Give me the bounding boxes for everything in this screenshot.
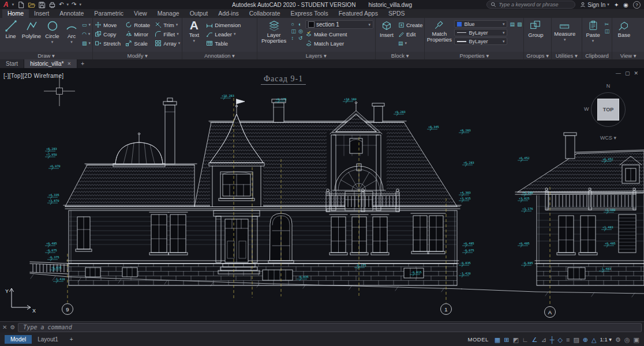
autocad-logo[interactable]: A: [3, 1, 9, 9]
trim-tool[interactable]: Trim▾: [155, 21, 180, 29]
lineweight-icon[interactable]: ≡: [566, 336, 570, 344]
layer-isolate-icon[interactable]: ◎: [298, 28, 303, 34]
viewcube-top-face[interactable]: TOP: [597, 99, 619, 121]
elevation-mark[interactable]: +8.345: [427, 125, 439, 131]
doc-restore-icon[interactable]: ▢: [625, 70, 630, 76]
add-layout-button[interactable]: +: [64, 335, 79, 344]
app-store-icon[interactable]: ✦: [614, 2, 619, 8]
make-current-tool[interactable]: Make Current: [305, 30, 373, 38]
copy-clip-icon[interactable]: ◫: [605, 28, 610, 34]
properties-list-icon[interactable]: ▤: [510, 21, 515, 27]
match-layer-tool[interactable]: Match Layer: [305, 39, 373, 47]
match-properties-button[interactable]: Match Properties: [426, 19, 452, 52]
tab-view[interactable]: View: [129, 9, 152, 18]
cut-icon[interactable]: ✂: [605, 21, 610, 27]
elevation-mark[interactable]: +0.485: [518, 242, 530, 247]
facade-drawing[interactable]: +8.283+7.950+6.970+4.335+3.870+0.485-0.0…: [0, 68, 644, 321]
layer-on-icon[interactable]: ○: [291, 21, 297, 27]
grid-bubble[interactable]: 1: [441, 304, 452, 315]
ortho-mode-icon[interactable]: ∟: [522, 336, 529, 344]
rectangle-tool[interactable]: ▭▾: [82, 21, 91, 29]
command-input[interactable]: Type a command: [18, 323, 642, 332]
elevation-mark[interactable]: -0.075: [45, 249, 57, 254]
mirror-tool[interactable]: Mirror: [125, 30, 150, 38]
elevation-mark[interactable]: -0.075: [462, 249, 474, 254]
transparency-icon[interactable]: ▨: [573, 336, 579, 344]
panel-block-footer[interactable]: Block ▾: [376, 52, 425, 59]
new-file-icon[interactable]: [17, 1, 25, 9]
elevation-mark[interactable]: +3.870: [47, 199, 59, 205]
elevation-mark[interactable]: +2.980: [604, 208, 616, 214]
line-tool[interactable]: Line: [2, 19, 20, 52]
circle-tool[interactable]: Circle ▾: [43, 19, 61, 52]
clean-screen-icon[interactable]: ▣: [634, 336, 639, 344]
panel-groups-footer[interactable]: Groups ▾: [524, 52, 551, 59]
grid-display-icon[interactable]: ▦: [495, 336, 500, 344]
elevation-mark[interactable]: +0.485: [604, 242, 616, 247]
isometric-drafting-icon[interactable]: ⊿: [541, 336, 546, 344]
model-space-toggle[interactable]: MODEL: [468, 336, 489, 343]
hatch-tool[interactable]: ▨▾: [82, 39, 91, 47]
measure-button[interactable]: Measure ▾: [553, 19, 576, 52]
file-tab-document[interactable]: historic_villa* ✕: [24, 59, 77, 68]
app-menu-caret-icon[interactable]: ▾: [12, 2, 14, 7]
tab-express-tools[interactable]: Express Tools: [285, 9, 333, 18]
create-block-tool[interactable]: Create: [398, 21, 423, 29]
file-tab-start[interactable]: Start: [0, 59, 24, 68]
panel-view-footer[interactable]: View ▾: [612, 52, 644, 59]
table-tool[interactable]: Table: [206, 39, 241, 47]
elevation-mark[interactable]: +6.970: [48, 164, 61, 170]
elevation-mark[interactable]: +7.950: [45, 153, 57, 159]
elevation-mark[interactable]: +1.483: [601, 225, 613, 231]
elevation-mark[interactable]: +0.485: [45, 242, 57, 247]
elevation-mark[interactable]: +9.283: [394, 110, 406, 116]
elevation-mark[interactable]: +8.283: [459, 129, 471, 134]
viewcube-north-label[interactable]: N: [584, 83, 632, 89]
undo-icon[interactable]: ↶: [59, 1, 63, 8]
elevation-mark[interactable]: -0.375: [47, 255, 59, 261]
grid-bubbles[interactable]: 91A: [62, 304, 556, 318]
elevation-mark[interactable]: +10.180: [343, 97, 357, 103]
base-view-button[interactable]: Base: [614, 19, 634, 52]
redo-icon[interactable]: ↷: [72, 1, 76, 8]
undo-caret-icon[interactable]: ▾: [67, 2, 69, 7]
stretch-tool[interactable]: Stretch: [95, 39, 121, 47]
tab-collaborate[interactable]: Collaborate: [244, 9, 286, 18]
selection-cycling-icon[interactable]: ⊕: [583, 336, 588, 344]
infer-constraints-icon[interactable]: ◩: [512, 336, 518, 344]
search-box[interactable]: Type a keyword or phrase: [486, 1, 575, 9]
fillet-tool[interactable]: Fillet▾: [155, 30, 180, 38]
elevation-mark[interactable]: +3.915: [459, 197, 471, 202]
workspace-gear-icon[interactable]: ⚙: [615, 336, 621, 344]
elevation-mark[interactable]: -1.420: [459, 272, 471, 277]
object-snap-icon[interactable]: ◇: [558, 336, 563, 344]
leader-tool[interactable]: Leader▾: [206, 30, 241, 38]
model-tab[interactable]: Model: [5, 335, 32, 344]
plot-icon[interactable]: [48, 1, 56, 9]
array-tool[interactable]: Array▾: [155, 39, 180, 47]
tab-home[interactable]: Home: [2, 9, 29, 18]
block-attributes-tool[interactable]: ▤▾: [398, 39, 423, 47]
panel-layers-footer[interactable]: Layers ▾: [257, 52, 375, 59]
scale-tool[interactable]: Scale: [125, 39, 150, 47]
help-icon[interactable]: ?: [633, 1, 641, 9]
tab-output[interactable]: Output: [185, 9, 214, 18]
annotation-scale[interactable]: 1:1 ▾: [600, 336, 612, 344]
layout1-tab[interactable]: Layout1: [32, 335, 64, 344]
elevation-mark[interactable]: +4.383: [459, 191, 471, 197]
elevation-mark[interactable]: +4.180: [521, 191, 533, 197]
polyline-tool[interactable]: Polyline: [22, 19, 41, 52]
new-drawing-tab-button[interactable]: +: [77, 59, 88, 68]
move-tool[interactable]: Move: [95, 21, 121, 29]
panel-properties-footer[interactable]: Properties ▾: [425, 52, 523, 59]
layer-walk-icon[interactable]: ↕: [291, 35, 297, 41]
elevation-mark[interactable]: -1.420: [53, 277, 65, 283]
insert-block-button[interactable]: Insert: [377, 19, 396, 52]
doc-minimize-icon[interactable]: —: [616, 70, 621, 76]
grid-bubble[interactable]: 9: [62, 304, 73, 315]
tab-spds[interactable]: SPDS: [383, 9, 410, 18]
elevation-mark[interactable]: +8.283: [45, 147, 57, 153]
tab-featured-apps[interactable]: Featured Apps: [334, 9, 383, 18]
copy-tool[interactable]: Copy: [95, 30, 121, 38]
ellipse-tool[interactable]: ◠▾: [82, 30, 91, 38]
